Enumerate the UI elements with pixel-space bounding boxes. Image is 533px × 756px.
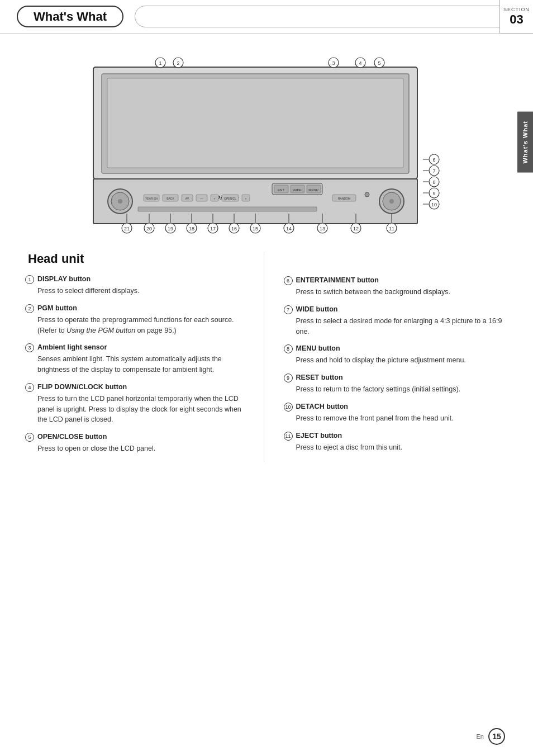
svg-point-18: [365, 192, 369, 197]
header-middle-bar: [135, 6, 522, 27]
item-11-title: 11 EJECT button: [284, 432, 511, 441]
item-3: 3 Ambient light sensor Senses ambient li…: [22, 343, 253, 375]
item-3-text: Senses ambient light. This system automa…: [25, 354, 253, 375]
svg-text:OPEN/CL: OPEN/CL: [224, 197, 236, 200]
item-11: 11 EJECT button Press to eject a disc fr…: [281, 432, 511, 453]
side-tab-label: What's What: [517, 112, 533, 173]
item-8-num: 8: [284, 344, 293, 353]
item-2: 2 PGM button Press to operate the prepro…: [22, 304, 253, 336]
item-7: 7 WIDE button Press to select a desired …: [281, 305, 511, 337]
item-7-title: 7 WIDE button: [284, 305, 511, 314]
svg-text:19: 19: [168, 226, 173, 231]
svg-text:AV: AV: [185, 197, 189, 200]
item-2-title: 2 PGM button: [25, 304, 253, 313]
page-footer: En 15: [477, 728, 505, 745]
svg-text:4: 4: [359, 60, 361, 66]
item-10: 10 DETACH button Press to remove the fro…: [281, 403, 511, 424]
item-2-text: Press to operate the preprogrammed funct…: [25, 315, 253, 336]
svg-text:8: 8: [432, 179, 435, 185]
device-diagram: ENT WIDE MENU Pioneer YEAR EN BACK AV — …: [34, 50, 499, 240]
svg-text:7: 7: [432, 168, 435, 174]
item-1-text: Press to select different displays.: [25, 286, 253, 296]
svg-text:11: 11: [389, 226, 394, 231]
svg-text:14: 14: [286, 226, 292, 231]
content-area: Head unit 1 DISPLAY button Press to sele…: [17, 252, 516, 462]
svg-text:5: 5: [378, 60, 380, 66]
svg-text:YEAR EN: YEAR EN: [145, 197, 158, 200]
section-badge: Section 03: [499, 0, 533, 34]
item-6: 6 ENTERTAINMENT button Press to switch b…: [281, 276, 511, 297]
svg-text:12: 12: [353, 226, 359, 231]
svg-text:16: 16: [231, 226, 237, 231]
svg-point-14: [118, 199, 122, 204]
content-left: Head unit 1 DISPLAY button Press to sele…: [17, 252, 264, 462]
svg-text:+: +: [245, 197, 247, 200]
svg-text:9: 9: [432, 191, 435, 196]
svg-text:+: +: [214, 197, 216, 200]
svg-text:6: 6: [432, 157, 435, 163]
svg-text:10: 10: [431, 202, 437, 207]
item-7-num: 7: [284, 305, 293, 314]
item-4-num: 4: [25, 383, 34, 392]
page-title: What's What: [34, 10, 107, 24]
item-3-num: 3: [25, 343, 34, 352]
svg-text:WIDE: WIDE: [293, 188, 302, 192]
svg-text:15: 15: [253, 226, 258, 231]
item-7-text: Press to select a desired mode for enlar…: [284, 316, 511, 337]
item-5: 5 OPEN/CLOSE button Press to open or clo…: [22, 433, 253, 454]
item-6-text: Press to switch between the background d…: [284, 287, 511, 297]
item-10-title: 10 DETACH button: [284, 403, 511, 412]
item-6-num: 6: [284, 276, 293, 285]
svg-text:—: —: [201, 197, 203, 200]
svg-text:MENU: MENU: [308, 188, 318, 192]
svg-text:BACK: BACK: [166, 197, 174, 200]
item-4: 4 FLIP DOWN/CLOCK button Press to turn t…: [22, 383, 253, 425]
item-9-text: Press to return to the factory settings …: [284, 384, 511, 395]
item-5-num: 5: [25, 433, 34, 442]
item-4-title: 4 FLIP DOWN/CLOCK button: [25, 383, 253, 392]
svg-text:1: 1: [159, 60, 161, 66]
title-box: What's What: [17, 6, 123, 27]
item-1: 1 DISPLAY button Press to select differe…: [22, 275, 253, 296]
svg-text:20: 20: [146, 226, 152, 231]
section-number: 03: [510, 12, 523, 27]
item-8-text: Press and hold to display the picture ad…: [284, 355, 511, 366]
item-9-num: 9: [284, 374, 293, 382]
content-right: 6 ENTERTAINMENT button Press to switch b…: [264, 252, 517, 462]
section-label: Section: [503, 7, 530, 12]
item-11-text: Press to eject a disc from this unit.: [284, 442, 511, 453]
page-number: 15: [488, 728, 505, 745]
page-header: What's What Section 03: [0, 0, 533, 34]
item-5-title: 5 OPEN/CLOSE button: [25, 433, 253, 442]
svg-text:13: 13: [320, 226, 325, 231]
item-6-title: 6 ENTERTAINMENT button: [284, 276, 511, 285]
item-2-num: 2: [25, 304, 34, 313]
svg-text:ENT: ENT: [278, 188, 284, 192]
item-11-num: 11: [284, 432, 293, 441]
item-1-num: 1: [25, 275, 34, 284]
item-8-title: 8 MENU button: [284, 344, 511, 353]
item-1-title: 1 DISPLAY button: [25, 275, 253, 284]
svg-text:2: 2: [177, 60, 179, 66]
device-svg: ENT WIDE MENU Pioneer YEAR EN BACK AV — …: [34, 50, 499, 240]
svg-rect-35: [138, 207, 317, 211]
svg-point-17: [389, 199, 394, 204]
item-5-text: Press to open or close the LCD panel.: [25, 443, 253, 454]
svg-text:3: 3: [332, 60, 335, 66]
item-10-text: Press to remove the front panel from the…: [284, 413, 511, 424]
svg-text:21: 21: [124, 226, 130, 231]
item-3-title: 3 Ambient light sensor: [25, 343, 253, 352]
section-heading: Head unit: [28, 252, 253, 266]
item-9-title: 9 RESET button: [284, 374, 511, 382]
item-9: 9 RESET button Press to return to the fa…: [281, 374, 511, 395]
svg-text:17: 17: [210, 226, 216, 231]
item-8: 8 MENU button Press and hold to display …: [281, 344, 511, 366]
page-en-label: En: [477, 733, 484, 740]
svg-rect-2: [107, 78, 403, 168]
item-4-text: Press to turn the LCD panel horizontal t…: [25, 394, 253, 425]
svg-text:RANDOM: RANDOM: [338, 197, 350, 200]
svg-text:18: 18: [189, 226, 194, 231]
item-10-num: 10: [284, 403, 293, 412]
